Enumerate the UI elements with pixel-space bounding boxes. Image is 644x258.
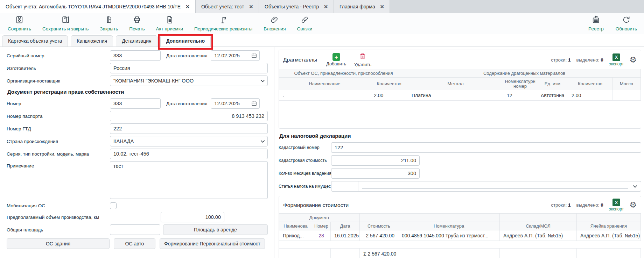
field-label: Кадастровая стоимость [279,158,331,163]
total-cost: Σ 2 567 420.00 [360,249,398,258]
paperclip-icon [270,15,279,26]
refresh-button[interactable]: Обновить [616,15,637,31]
close-icon[interactable]: ✕ [380,4,384,9]
tab-detailing[interactable]: Детализация [116,35,157,46]
production-volume-input[interactable] [161,212,224,222]
periodic-requisites-button[interactable]: Периодические реквизиты [194,15,252,31]
tab-object-card[interactable]: Карточка объекта учета [2,35,68,46]
os-buildings-button[interactable]: ОС здания [7,238,110,249]
window-tab-main-form[interactable]: Главная форма ✕ [334,0,390,13]
excel-export-button[interactable]: X экспорт [609,199,624,212]
field-label: Дата изготовления [166,53,207,58]
window-tab-registry[interactable]: Объекты учета - Реестр ✕ [259,0,334,13]
form-tab-bar: Карточка объекта учета Капвложения Детал… [0,34,644,47]
close-icon[interactable]: ✕ [324,4,328,9]
total-area-input[interactable] [110,224,160,235]
table-row[interactable]: . 2.00 Платина 12 Автотонна 2.00 [279,90,641,101]
column-header: Количество [568,78,612,90]
excel-export-button[interactable]: X экспорт [609,53,624,66]
plus-icon: + [332,53,340,61]
content-area: Серийный номер Дата изготовления Изготов… [0,47,644,258]
rented-area-button[interactable]: Площадь в аренде [163,224,268,235]
close-icon[interactable]: ✕ [186,4,190,9]
tax-article-code-cell[interactable] [331,181,358,191]
field-label: Номер паспорта [7,114,110,119]
os-auto-button[interactable]: ОС авто [114,238,155,249]
manufacturer-input[interactable] [110,63,268,73]
series-model-input[interactable] [110,149,268,159]
delete-row-button[interactable]: Удалить [354,52,371,67]
scroll-icon [219,15,228,26]
gtd-number-input[interactable] [110,123,268,134]
toolbar: Сохранить Сохранить и закрыть Закрыть Пе… [0,13,644,34]
window-tab-label: Главная форма [340,4,375,9]
cost-formation-table: Документ Наименова Номер Дата Стоимость … [279,213,641,258]
registration-number-input[interactable] [110,98,161,109]
cadastral-number-input[interactable] [331,142,641,153]
gear-icon[interactable]: ⚙ [629,56,637,64]
field-label: Номер ГТД [7,126,110,131]
precious-metals-panel: Драгметаллы + Добавить Удалить строки: 1… [279,50,641,129]
passport-number-input[interactable] [110,111,268,121]
column-header: Наименова [279,222,312,230]
field-label: Примечание [7,161,110,169]
cadastral-value-input[interactable] [331,155,420,166]
field-label: Кадастровый номер [279,145,331,150]
property-tax-article-select[interactable] [331,181,641,192]
add-row-button[interactable]: + Добавить [326,53,346,66]
window-tab-label: Объект учета: тест [201,4,244,9]
table-row[interactable]: Приход... 28 16.01.2025 2 567 420.00 000… [279,230,641,241]
trash-icon [359,52,366,62]
column-header: Ед. изм [537,78,568,90]
door-icon [105,15,113,26]
serial-number-input[interactable] [110,50,161,61]
supplier-select[interactable] [110,76,268,86]
save-and-close-button[interactable]: Сохранить и закрыть [42,15,89,31]
field-label: Номер [7,101,110,106]
save-icon [15,15,24,26]
save-close-icon [61,15,70,26]
right-pane: Драгметаллы + Добавить Удалить строки: 1… [274,47,644,258]
close-icon[interactable]: ✕ [249,4,253,9]
registry-icon [592,15,600,26]
manufacture-date-input-2[interactable] [211,98,260,109]
document-icon [165,15,174,26]
section-header-ownership-document: Документ регистрации права собственности [7,89,271,95]
print-button[interactable]: Печать [129,15,145,31]
cost-formation-panel: Формирование стоимости строки: 1 выделен… [279,196,641,258]
window-tab-current-object[interactable]: Объект учета: Автомобиль TOYOTA RAV4 JTM… [0,0,196,13]
spacer-row [279,241,641,249]
column-header: Склад/МОЛ [500,222,577,230]
additional-form-pane: Серийный номер Дата изготовления Изготов… [3,47,274,258]
tax-article-value-line [362,184,628,189]
initial-cost-formation-button[interactable]: Формирование Первоначальной стоимост [160,238,265,249]
close-button[interactable]: Закрыть [100,15,118,31]
column-header: Стоимость [360,222,398,230]
rows-count: строки: 1 [551,202,570,208]
ownership-months-input[interactable] [331,168,420,179]
acceptance-act-button[interactable]: Акт приемки [156,15,183,31]
field-label: Общая площадь [7,227,110,232]
window-tab-label: Объекты учета - Реестр [265,4,319,9]
mobilization-checkbox[interactable] [110,202,117,209]
registry-button[interactable]: Реестр [588,15,604,31]
links-button[interactable]: Связки [297,15,312,31]
document-number-link[interactable]: 28 [318,233,324,238]
printer-icon [133,15,141,26]
chevron-down-icon [633,185,637,188]
window-tab-test-object[interactable]: Объект учета: тест ✕ [196,0,259,13]
manufacture-date-input-1[interactable] [211,50,260,61]
selected-count: выделено: 0 [576,202,603,208]
save-button[interactable]: Сохранить [8,15,31,31]
column-header: Дата [331,222,360,230]
tab-capital-investments[interactable]: Капвложения [71,35,113,46]
field-label: Серия, тип постройки, модель, марка [7,151,110,157]
attachments-button[interactable]: Вложения [264,15,286,31]
field-label: Кол-во месяцев владения [279,171,331,176]
gear-icon[interactable]: ⚙ [629,201,637,209]
window-tab-label: Объект учета: Автомобиль TOYOTA RAV4 JTM… [6,4,181,9]
group-header: Содержание драгоценных материалов [408,69,641,78]
note-textarea[interactable]: тест [110,161,268,199]
tab-additional[interactable]: Дополнительно [160,35,211,46]
country-of-origin-select[interactable] [110,136,268,146]
